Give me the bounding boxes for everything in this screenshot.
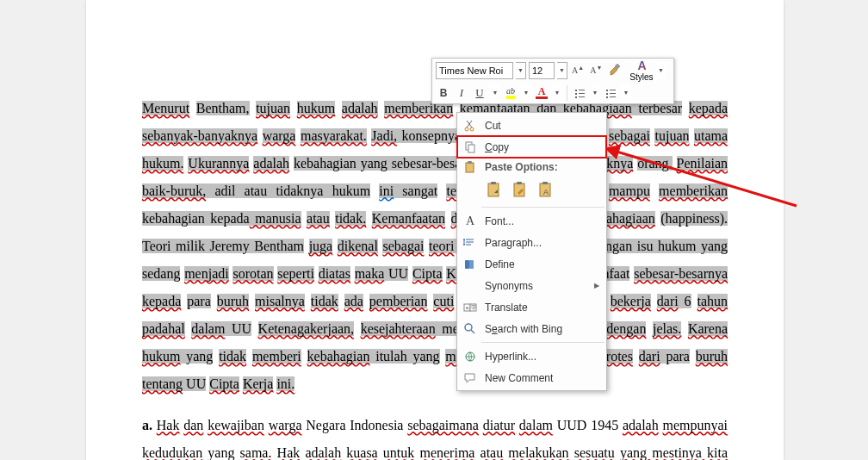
menu-hyperlink[interactable]: Hyperlink... [457, 345, 606, 367]
submenu-arrow-icon: ▶ [594, 282, 599, 289]
paste-options-header: Paste Options: [457, 158, 606, 177]
menu-new-comment-label: New Comment [485, 372, 599, 384]
menu-hyperlink-label: Hyperlink... [485, 351, 599, 363]
format-painter-button[interactable] [606, 62, 623, 79]
svg-point-1 [465, 127, 468, 131]
synonyms-icon [462, 278, 478, 294]
menu-synonyms[interactable]: Synonyms ▶ [457, 275, 606, 296]
context-menu: Cut Copy Paste Options: A A Font... Para… [456, 112, 607, 391]
font-size-input[interactable] [529, 62, 555, 79]
menu-font-label: Font... [485, 215, 599, 227]
menu-new-comment[interactable]: New Comment [457, 367, 606, 389]
svg-rect-8 [491, 182, 496, 184]
menu-define[interactable]: Define [457, 253, 606, 275]
font-color-dropdown[interactable]: ▼ [552, 84, 562, 102]
hyperlink-icon [462, 349, 478, 364]
menu-synonyms-label: Synonyms [485, 280, 587, 292]
grow-font-button[interactable]: A▲ [570, 62, 586, 79]
bullets-button[interactable] [572, 84, 587, 102]
italic-button[interactable]: I [454, 84, 469, 102]
styles-button[interactable]: A Styles [629, 59, 653, 82]
font-icon: A [462, 214, 478, 229]
bullets-dropdown[interactable]: ▼ [590, 84, 600, 102]
menu-paragraph-label: Paragraph... [485, 237, 599, 249]
underline-dropdown[interactable]: ▼ [490, 84, 500, 102]
numbering-button[interactable] [603, 84, 618, 102]
svg-rect-10 [517, 182, 522, 184]
search-icon [462, 321, 478, 337]
highlight-button[interactable]: ab [503, 84, 518, 102]
menu-copy[interactable]: Copy [457, 136, 606, 158]
menu-define-label: Define [485, 258, 599, 270]
svg-text:字: 字 [471, 304, 476, 310]
menu-search-bing[interactable]: Search with Bing [457, 318, 606, 339]
menu-translate[interactable]: a字 Translate [457, 296, 606, 318]
paragraph-1[interactable]: Menurut Bentham, tujuan hukum adalah mem… [142, 95, 728, 398]
cut-icon [462, 118, 478, 134]
svg-point-20 [465, 324, 472, 331]
font-size-dropdown[interactable]: ▼ [557, 62, 567, 79]
menu-copy-label: Copy [485, 141, 599, 153]
svg-rect-6 [468, 161, 472, 164]
numbering-dropdown[interactable]: ▼ [621, 84, 631, 102]
shrink-font-button[interactable]: A▼ [588, 62, 604, 79]
menu-cut-label: Cut [485, 120, 599, 132]
paragraph-icon [462, 235, 478, 251]
svg-rect-5 [466, 163, 474, 172]
svg-rect-7 [488, 183, 499, 196]
svg-rect-15 [469, 260, 474, 269]
font-color-button[interactable]: A [534, 84, 549, 102]
underline-button[interactable]: U [472, 84, 487, 102]
comment-icon [462, 370, 478, 386]
paste-icon [462, 159, 478, 175]
menu-search-bing-label: Search with Bing [485, 323, 599, 335]
font-name-dropdown[interactable]: ▼ [516, 62, 526, 79]
styles-dropdown[interactable]: ▼ [656, 62, 666, 79]
svg-rect-12 [542, 182, 548, 184]
define-icon [462, 257, 478, 272]
menu-cut[interactable]: Cut [457, 115, 606, 136]
paragraph-2[interactable]: a. Hak dan kewajiban warga Negara Indone… [142, 412, 728, 460]
menu-translate-label: Translate [485, 301, 599, 314]
menu-font[interactable]: A Font... [457, 210, 606, 232]
paste-keep-source[interactable] [483, 178, 505, 201]
svg-text:A: A [543, 188, 549, 196]
styles-label: Styles [629, 72, 653, 82]
menu-paragraph[interactable]: Paragraph... [457, 232, 606, 253]
translate-icon: a字 [462, 300, 478, 315]
copy-icon [462, 140, 478, 155]
paste-options-row: A [457, 177, 606, 204]
font-name-input[interactable] [436, 62, 513, 79]
bold-button[interactable]: B [436, 84, 451, 102]
paste-merge-formatting[interactable] [509, 178, 531, 201]
svg-rect-14 [465, 260, 469, 269]
paste-text-only[interactable]: A [535, 178, 557, 201]
mini-toolbar: ▼ ▼ A▲ A▼ A Styles ▼ B I U ▼ ab ▼ A ▼ ▼ … [431, 58, 674, 104]
svg-rect-4 [468, 145, 474, 152]
svg-point-2 [470, 127, 474, 131]
highlight-dropdown[interactable]: ▼ [521, 84, 531, 102]
